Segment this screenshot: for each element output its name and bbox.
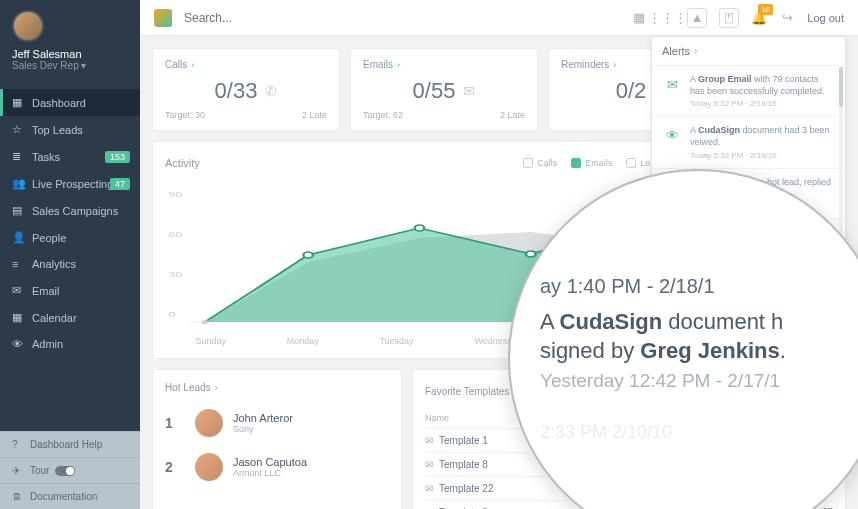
- svg-point-5: [303, 252, 313, 258]
- zoom-prev-time: ay 1:40 PM - 2/18/1: [540, 275, 846, 298]
- sidebar: Jeff Salesman Sales Dev Rep ▾ ▦Dashboard…: [0, 0, 140, 509]
- footer-tour[interactable]: ✈Tour: [0, 457, 140, 483]
- nav-tasks[interactable]: ≣Tasks153: [0, 143, 140, 170]
- email-icon: ✉: [12, 284, 24, 297]
- tasks-badge: 153: [105, 151, 130, 163]
- nav-people[interactable]: 👤People: [0, 224, 140, 251]
- phone-icon: ✆: [265, 83, 277, 99]
- chat-icon: ▤: [12, 204, 24, 217]
- person-icon: 👤: [12, 231, 24, 244]
- arrow-icon: ›: [613, 60, 616, 70]
- hot-lead-row[interactable]: 1 John ArterorSony: [165, 401, 389, 445]
- doc-icon: 🗎: [12, 491, 24, 502]
- arrow-icon: ›: [694, 46, 697, 56]
- eye-icon: 👁: [662, 125, 682, 145]
- topbar: ▦ ⋮⋮⋮ ▲ ⍞ 🔔16 ↪ Log out: [140, 0, 858, 36]
- hot-lead-row[interactable]: 2 Jason CaputoaArmont LLC: [165, 445, 389, 489]
- card-calls[interactable]: Calls› 0/33✆ Target: 302 Late: [152, 48, 340, 131]
- people-icon: 👥: [12, 177, 24, 190]
- logo[interactable]: [154, 9, 172, 27]
- zoom-alert-time: Yesterday 12:42 PM - 2/17/1: [540, 370, 846, 392]
- envelope-icon: ✉: [425, 483, 433, 494]
- nav-list: ▦Dashboard ☆Top Leads ≣Tasks153 👥Live Pr…: [0, 89, 140, 357]
- svg-text:30: 30: [168, 269, 182, 278]
- user-role: Sales Dev Rep ▾: [12, 60, 128, 71]
- logout-icon[interactable]: ↪: [779, 10, 795, 26]
- help-icon: ?: [12, 439, 24, 450]
- alerts-header[interactable]: Alerts›: [652, 37, 845, 66]
- svg-point-6: [415, 225, 425, 231]
- arrow-icon: ›: [215, 383, 218, 393]
- nav-admin[interactable]: 👁Admin: [0, 331, 140, 357]
- search-input[interactable]: [184, 11, 631, 25]
- svg-text:0: 0: [168, 309, 175, 318]
- avatar-icon: [195, 453, 223, 481]
- activity-title: Activity: [165, 157, 200, 169]
- notif-badge: 16: [758, 4, 773, 15]
- hot-leads-card: Hot Leads› 1 John ArterorSony 2 Jason Ca…: [152, 369, 402, 509]
- tour-toggle[interactable]: [55, 466, 75, 476]
- apps-icon[interactable]: ⋮⋮⋮: [659, 10, 675, 26]
- legend-calls[interactable]: Calls: [523, 158, 557, 168]
- user-name: Jeff Salesman: [12, 48, 128, 60]
- footer-docs[interactable]: 🗎Documentation: [0, 483, 140, 509]
- filter-icon[interactable]: ⍞: [719, 8, 739, 28]
- prospecting-badge: 47: [110, 178, 130, 190]
- nav-sales-campaigns[interactable]: ▤Sales Campaigns: [0, 197, 140, 224]
- nav-dashboard[interactable]: ▦Dashboard: [0, 89, 140, 116]
- arrow-icon: ›: [397, 60, 400, 70]
- envelope-icon: ✉: [425, 435, 433, 446]
- svg-text:60: 60: [168, 229, 182, 238]
- nav-calendar[interactable]: ▦Calendar: [0, 304, 140, 331]
- alert-text: A Group Email with 79 contacts has been …: [690, 74, 835, 97]
- svg-point-7: [526, 251, 536, 257]
- arrow-icon: ›: [191, 60, 194, 70]
- avatar[interactable]: [12, 10, 44, 42]
- svg-text:90: 90: [168, 189, 182, 198]
- alert-text: A CudaSign document had 3 been veiwed.: [690, 125, 835, 148]
- analytics-icon: ≡: [12, 258, 24, 270]
- star-icon: ☆: [12, 123, 24, 136]
- up-icon[interactable]: ▲: [687, 8, 707, 28]
- logout-button[interactable]: Log out: [807, 12, 844, 24]
- list-icon: ≣: [12, 150, 24, 163]
- nav-top-leads[interactable]: ☆Top Leads: [0, 116, 140, 143]
- zoom-next-time: 2:33 PM 2/10/10: [540, 422, 846, 443]
- footer-nav: ?Dashboard Help ✈Tour 🗎Documentation: [0, 431, 140, 509]
- scrollbar[interactable]: [839, 67, 843, 259]
- grid-icon[interactable]: ▦: [631, 10, 647, 26]
- svg-point-11: [202, 320, 208, 324]
- footer-help[interactable]: ?Dashboard Help: [0, 431, 140, 457]
- avatar-icon: [195, 409, 223, 437]
- nav-live-prospecting[interactable]: 👥Live Prospecting47: [0, 170, 140, 197]
- nav-analytics[interactable]: ≡Analytics: [0, 251, 140, 277]
- dashboard-icon: ▦: [12, 96, 24, 109]
- nav-email[interactable]: ✉Email: [0, 277, 140, 304]
- bell-icon[interactable]: 🔔16: [751, 10, 767, 26]
- calendar-icon: ▦: [12, 311, 24, 324]
- zoom-alert-line1: A CudaSign document h: [540, 308, 846, 337]
- alert-item[interactable]: ✉ A Group Email with 79 contacts has bee…: [652, 66, 845, 117]
- plane-icon: ✈: [12, 465, 24, 476]
- card-emails[interactable]: Emails› 0/55✉ Target: 622 Late: [350, 48, 538, 131]
- envelope-icon: ✉: [425, 459, 433, 470]
- envelope-icon: ✉: [662, 74, 682, 94]
- alert-item[interactable]: 👁 A CudaSign document had 3 been veiwed.…: [652, 117, 845, 168]
- envelope-icon: ✉: [463, 83, 475, 99]
- zoom-alert-line2: signed by Greg Jenkins.: [540, 337, 846, 366]
- legend-emails[interactable]: Emails: [571, 158, 612, 168]
- eye-icon: 👁: [12, 338, 24, 350]
